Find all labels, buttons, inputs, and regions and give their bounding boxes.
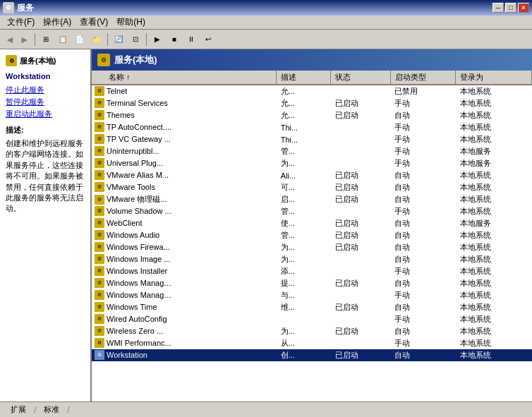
table-row[interactable]: ⚙VMware 物理磁...启...已启动自动本地系统	[92, 193, 532, 205]
toolbar-btn-6[interactable]: ⊡	[128, 32, 143, 47]
cell-desc: Thi...	[277, 133, 331, 145]
cell-name: ⚙TP AutoConnect....	[92, 121, 176, 133]
col-status[interactable]: 状态	[331, 71, 391, 85]
table-row[interactable]: ⚙Windows Audio管...已启动自动本地系统	[92, 229, 532, 241]
cell-logon: 本地服务	[456, 157, 532, 169]
cell-status	[331, 145, 391, 157]
cell-desc: 从...	[277, 337, 331, 349]
left-panel-icon: ⚙	[6, 55, 17, 66]
col-desc[interactable]: 描述	[277, 71, 331, 85]
cell-desc: 管...	[277, 205, 331, 217]
cell-startup: 手动	[390, 289, 455, 301]
cell-desc: 为...	[277, 157, 331, 169]
toolbar-pause[interactable]: ⏸	[183, 32, 199, 47]
cell-status: 已启动	[331, 97, 391, 109]
cell-desc: 为...	[277, 241, 331, 253]
cell-desc: Thi...	[277, 121, 331, 133]
maximize-button[interactable]: □	[505, 3, 516, 13]
toolbar-btn-1[interactable]: ⊞	[38, 32, 54, 47]
cell-name: ⚙Windows Time	[92, 301, 176, 313]
stop-service-link[interactable]: 停止此服务	[6, 85, 85, 95]
table-row[interactable]: ⚙Windows Time维...已启动自动本地系统	[92, 301, 532, 313]
toolbar-stop[interactable]: ■	[167, 32, 182, 47]
cell-status	[331, 289, 391, 301]
table-row[interactable]: ⚙Themes允...已启动自动本地系统	[92, 109, 532, 121]
table-row[interactable]: ⚙WMI Performanc...从...手动本地系统	[92, 337, 532, 349]
cell-status	[331, 205, 391, 217]
table-row[interactable]: ⚙Telnet允...已禁用本地系统	[92, 85, 532, 97]
cell-startup: 自动	[390, 193, 455, 205]
main-container: ⚙ 服务(本地) Workstation 停止此服务 暂停此服务 重启动此服务 …	[0, 49, 532, 401]
back-button[interactable]: ◄	[3, 34, 17, 45]
menu-view[interactable]: 查看(V)	[75, 15, 112, 30]
row-service-icon: ⚙	[95, 314, 104, 324]
table-row[interactable]: ⚙Wireless Zero ...为...已启动自动本地系统	[92, 325, 532, 337]
table-row[interactable]: ⚙Terminal Services允...已启动手动本地系统	[92, 97, 532, 109]
table-body: ⚙Telnet允...已禁用本地系统⚙Terminal Services允...…	[92, 85, 532, 361]
cell-logon: 本地服务	[456, 217, 532, 229]
cell-desc: 可...	[277, 181, 331, 193]
table-row[interactable]: ⚙TP VC Gateway ...Thi...手动本地系统	[92, 133, 532, 145]
cell-status	[331, 85, 391, 97]
cell-desc: 提...	[277, 277, 331, 289]
cell-name: ⚙Telnet	[92, 85, 176, 97]
cell-logon: 本地系统	[456, 85, 532, 97]
menu-file[interactable]: 文件(F)	[3, 15, 39, 30]
table-row[interactable]: ⚙TP AutoConnect....Thi...手动本地系统	[92, 121, 532, 133]
table-row[interactable]: ⚙Wired AutoConfig手动本地系统	[92, 313, 532, 325]
cell-logon: 本地系统	[456, 133, 532, 145]
table-row[interactable]: ⚙Windows Manage...提...已启动自动本地系统	[92, 277, 532, 289]
table-row[interactable]: ⚙Universal Plug...为...手动本地服务	[92, 157, 532, 169]
restart-service-link[interactable]: 重启动此服务	[6, 109, 85, 119]
tab-standard[interactable]: 标准	[36, 402, 67, 417]
row-service-icon: ⚙	[95, 146, 104, 156]
toolbar-restart[interactable]: ↩	[200, 32, 216, 47]
cell-startup: 手动	[390, 205, 455, 217]
pause-service-link[interactable]: 暂停此服务	[6, 97, 85, 107]
cell-startup: 自动	[390, 169, 455, 181]
minimize-button[interactable]: ─	[492, 3, 504, 13]
table-row[interactable]: ⚙Uninterruptibl...管...手动本地服务	[92, 145, 532, 157]
table-row[interactable]: ⚙Windows Image ...为...自动本地系统	[92, 253, 532, 265]
row-service-icon: ⚙	[95, 278, 104, 288]
table-row[interactable]: ⚙VMware Alias M...Ali...已启动自动本地系统	[92, 169, 532, 181]
cell-status: 已启动	[331, 301, 391, 313]
toolbar-btn-5[interactable]: 🔄	[111, 32, 126, 47]
cell-name: ⚙Uninterruptibl...	[92, 145, 176, 157]
table-row[interactable]: ⚙Windows Firewa...为...已启动自动本地系统	[92, 241, 532, 253]
toolbar-btn-4[interactable]: 📁	[89, 32, 104, 47]
toolbar-play[interactable]: ▶	[150, 32, 165, 47]
cell-name: ⚙Terminal Services	[92, 97, 176, 109]
forward-button[interactable]: ►	[18, 34, 32, 45]
table-row[interactable]: ⚙Volume Shadow ...管...手动本地系统	[92, 205, 532, 217]
col-startup[interactable]: 启动类型	[390, 71, 455, 85]
cell-desc: 启...	[277, 193, 331, 205]
services-table: 名称 ↑ 描述 状态 启动类型 登录为 ⚙Telnet允...已禁用本地系统⚙T…	[92, 71, 532, 401]
menu-help[interactable]: 帮助(H)	[112, 15, 150, 30]
cell-desc: 管...	[277, 229, 331, 241]
cell-logon: 本地系统	[456, 265, 532, 277]
cell-startup: 手动	[390, 145, 455, 157]
toolbar-btn-2[interactable]: 📋	[55, 32, 71, 47]
table-row[interactable]: ⚙VMware Tools可...已启动自动本地系统	[92, 181, 532, 193]
cell-name: ⚙Universal Plug...	[92, 157, 176, 169]
cell-name: ⚙Wired AutoConfig	[92, 313, 176, 325]
table-row[interactable]: ⚙Windows Manage...与...手动本地系统	[92, 289, 532, 301]
app-icon: ⚙	[3, 2, 14, 13]
menu-action[interactable]: 操作(A)	[39, 15, 75, 30]
col-name[interactable]: 名称 ↑	[92, 71, 277, 85]
cell-name: ⚙Volume Shadow ...	[92, 205, 176, 217]
right-header-icon: ⚙	[97, 54, 110, 66]
close-button[interactable]: ✕	[518, 3, 529, 13]
tab-extend[interactable]: 扩展	[3, 402, 34, 417]
table-row[interactable]: ⚙Windows Installer添...手动本地系统	[92, 265, 532, 277]
toolbar-btn-3[interactable]: 📄	[72, 32, 87, 47]
row-service-icon: ⚙	[95, 218, 104, 228]
cell-status	[331, 157, 391, 169]
table-row[interactable]: ⚙Workstation创...已启动自动本地系统	[92, 349, 532, 361]
table-row[interactable]: ⚙WebClient使...已启动自动本地服务	[92, 217, 532, 229]
col-logon[interactable]: 登录为	[456, 71, 532, 85]
row-service-icon: ⚙	[95, 122, 104, 132]
cell-status: 已启动	[331, 193, 391, 205]
cell-desc: 与...	[277, 289, 331, 301]
